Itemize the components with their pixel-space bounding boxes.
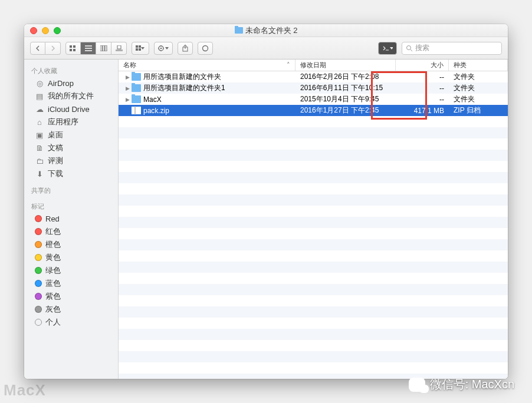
empty-row [119,150,508,161]
sidebar-tag-item[interactable]: 红色 [24,225,118,238]
sidebar-tag-item[interactable]: 灰色 [24,303,118,316]
svg-rect-15 [136,48,138,51]
close-button[interactable] [30,27,37,34]
column-headers: 名称˄ 修改日期 大小 种类 [119,60,508,71]
svg-rect-1 [73,45,75,48]
column-date[interactable]: 修改日期 [295,60,396,71]
titlebar: 未命名文件夹 2 [24,24,508,37]
sidebar-tag-item[interactable]: 紫色 [24,290,118,303]
empty-row [119,273,508,284]
sidebar-tag-item[interactable]: 个人 [24,316,118,329]
file-date: 2016年1月27日 下午2:45 [300,105,379,115]
empty-row [119,329,508,340]
sidebar-icon: ⬇ [35,170,44,179]
sidebar-item-label: 灰色 [45,304,61,315]
tag-dot-icon [35,280,42,287]
file-rows: ▶用所选项目新建的文件夹2016年2月26日 下午2:08--文件夹▶用所选项目… [119,71,508,379]
sidebar-item-label: 应用程序 [48,117,78,127]
sidebar-icon: ☁ [35,105,44,114]
disclosure-triangle-icon[interactable]: ▶ [123,85,132,91]
list-view-button[interactable] [81,42,96,55]
disclosure-triangle-icon[interactable]: ▶ [123,74,132,80]
sidebar-item-label: 文稿 [48,143,63,153]
arrange-button[interactable] [132,42,149,55]
table-row[interactable]: ▶用所选项目新建的文件夹12016年6月11日 下午10:15--文件夹 [119,82,508,94]
sidebar-item[interactable]: ▣桌面 [24,128,118,141]
table-row[interactable]: ▶MacX2015年10月4日 下午9:45--文件夹 [119,94,508,105]
empty-row [119,362,508,374]
sidebar-tag-item[interactable]: 黄色 [24,251,118,264]
file-list-area: 名称˄ 修改日期 大小 种类 ▶用所选项目新建的文件夹2016年2月26日 下午… [119,60,508,379]
minimize-button[interactable] [42,27,49,34]
svg-rect-9 [105,45,107,51]
sidebar-icon: ⌂ [35,118,44,127]
back-button[interactable] [30,42,45,55]
file-kind: 文件夹 [454,72,475,82]
disclosure-triangle-icon[interactable]: ▶ [123,97,132,103]
file-name: 用所选项目新建的文件夹1 [143,83,225,93]
sidebar-tag-item[interactable]: Red [24,212,118,225]
sidebar-tag-item[interactable]: 蓝色 [24,277,118,290]
terminal-shortcut-button[interactable] [378,42,397,55]
search-placeholder: 搜索 [415,43,429,53]
tags-button[interactable] [198,42,213,55]
coverflow-view-button[interactable] [111,42,127,55]
icon-view-button[interactable] [65,42,81,55]
sidebar-item[interactable]: ⬇下载 [24,167,118,180]
view-buttons [65,42,127,55]
sidebar-tag-item[interactable]: 绿色 [24,264,118,277]
search-input[interactable]: 搜索 [402,42,502,55]
window-title: 未命名文件夹 2 [24,25,508,36]
tag-dot-icon [35,306,42,313]
watermark-bottom-left: MacX [4,381,46,399]
action-button[interactable] [154,42,173,55]
sort-indicator-icon: ˄ [287,61,290,69]
sidebar-item-label: 橙色 [45,239,61,250]
sidebar-item[interactable]: 🗎文稿 [24,141,118,154]
empty-row [119,340,508,351]
share-button[interactable] [178,42,193,55]
sidebar-item-label: AirDrop [48,79,74,88]
svg-rect-7 [100,45,102,51]
sidebar-item[interactable]: ⌂应用程序 [24,115,118,128]
column-name[interactable]: 名称˄ [119,60,295,71]
zoom-button[interactable] [54,27,61,34]
sidebar-item-label: Red [45,214,60,223]
window-title-text: 未命名文件夹 2 [245,25,298,36]
empty-row [119,172,508,183]
table-row[interactable]: pack.zip2016年1月27日 下午2:45417.1 MBZIP 归档 [119,105,508,116]
sidebar-item[interactable]: ☁iCloud Drive [24,103,118,115]
svg-rect-8 [103,45,104,51]
sidebar-item[interactable]: ▤我的所有文件 [24,90,118,103]
sidebar-item-label: 桌面 [48,130,63,140]
forward-button[interactable] [45,42,61,55]
sidebar-tag-item[interactable]: 橙色 [24,238,118,251]
sidebar-icon: 🗀 [35,157,44,166]
empty-row [119,284,508,295]
file-kind: 文件夹 [454,94,475,104]
sidebar-item-label: 我的所有文件 [48,91,94,101]
file-date: 2016年6月11日 下午10:15 [300,83,383,93]
column-kind[interactable]: 种类 [449,60,508,71]
sidebar-item[interactable]: ◎AirDrop [24,77,118,90]
sidebar-item-label: 绿色 [45,265,61,276]
empty-row [119,306,508,318]
column-view-button[interactable] [96,42,111,55]
sidebar-item-label: 紫色 [45,291,61,302]
finder-window: 未命名文件夹 2 [24,24,508,379]
folder-icon [132,84,141,92]
file-name: 用所选项目新建的文件夹 [143,72,221,82]
table-row[interactable]: ▶用所选项目新建的文件夹2016年2月26日 下午2:08--文件夹 [119,71,508,82]
svg-rect-14 [139,45,141,48]
sidebar: 个人收藏 ◎AirDrop▤我的所有文件☁iCloud Drive⌂应用程序▣桌… [24,60,119,379]
sidebar-icon: 🗎 [35,144,44,153]
column-size[interactable]: 大小 [396,60,449,71]
svg-point-27 [407,45,411,49]
empty-row [119,262,508,273]
empty-row [119,351,508,362]
folder-icon [235,27,243,34]
file-size: -- [439,73,444,81]
svg-rect-2 [70,49,72,51]
file-date: 2015年10月4日 下午9:45 [300,94,379,104]
sidebar-item[interactable]: 🗀评测 [24,154,118,167]
